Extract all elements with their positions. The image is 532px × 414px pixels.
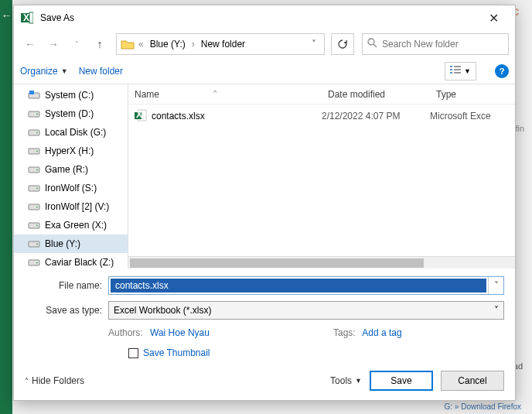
svg-rect-5 [450, 66, 452, 67]
svg-rect-9 [454, 69, 461, 70]
drive-icon [28, 91, 40, 100]
chevron-right-icon[interactable]: › [190, 39, 196, 50]
svg-point-22 [36, 188, 38, 190]
view-options-button[interactable]: ▼ [445, 62, 476, 80]
tools-menu[interactable]: Tools ▼ [330, 375, 362, 386]
tags-value[interactable]: Add a tag [362, 327, 401, 338]
save-button[interactable]: Save [370, 371, 433, 391]
drive-icon [28, 165, 40, 174]
cancel-button[interactable]: Cancel [441, 371, 504, 391]
col-name[interactable]: Name [128, 89, 322, 100]
drive-icon [28, 128, 40, 137]
file-name: contacts.xlsx [152, 111, 205, 121]
tree-item-label: Caviar Black (Z:) [45, 257, 114, 268]
nav-forward-button: → [43, 34, 63, 54]
thumbnail-row: Save Thumbnail [14, 341, 515, 364]
help-button[interactable]: ? [495, 64, 509, 78]
search-input[interactable] [382, 39, 503, 50]
tree-item[interactable]: Game (R:) [14, 160, 128, 179]
svg-point-26 [36, 225, 38, 227]
drive-icon [28, 221, 40, 230]
file-date: 2/12/2022 4:07 PM [322, 111, 430, 121]
chevron-down-icon: ▼ [61, 67, 68, 75]
breadcrumb-root[interactable]: « [137, 39, 145, 50]
bg-firefox: G: » Download Firefox [445, 402, 522, 411]
dialog-footer: ˄ Hide Folders Tools ▼ Save Cancel [14, 364, 515, 400]
breadcrumb-folder[interactable]: New folder [198, 39, 248, 50]
tree-item[interactable]: Local Disk (G:) [14, 123, 128, 142]
excel-icon: X [20, 11, 34, 25]
file-type: Microsoft Exce [430, 111, 515, 121]
svg-text:X: X [23, 12, 29, 23]
tree-item[interactable]: Blue (Y:) [14, 234, 128, 253]
tree-item-label: System (D:) [45, 108, 94, 119]
tree-item[interactable]: IronWolf (S:) [14, 179, 128, 197]
tree-item-label: Game (R:) [45, 164, 88, 175]
file-list[interactable]: Name Date modified Type Xcontacts.xlsx2/… [128, 84, 515, 269]
filename-label: File name: [25, 280, 108, 291]
bg-fin: fin [515, 124, 524, 133]
drive-icon [28, 258, 40, 267]
svg-point-20 [36, 169, 38, 171]
svg-point-28 [36, 244, 38, 245]
tree-item-label: HyperX (H:) [45, 145, 94, 156]
svg-line-4 [373, 44, 377, 47]
svg-text:X: X [136, 109, 142, 120]
tree-item-label: Local Disk (G:) [45, 127, 106, 138]
svg-rect-6 [450, 69, 452, 70]
drive-icon [28, 109, 40, 118]
organize-label: Organize [20, 66, 58, 77]
svg-point-18 [36, 151, 38, 152]
chevron-down-icon: ˅ [494, 305, 499, 316]
nav-back-button[interactable]: ← [20, 34, 40, 54]
svg-rect-8 [454, 66, 461, 67]
address-bar[interactable]: « Blue (Y:) › New folder ˅ [116, 33, 325, 55]
search-icon [367, 38, 377, 50]
close-button[interactable]: ✕ [478, 11, 509, 26]
svg-rect-10 [454, 72, 461, 74]
tree-item[interactable]: Caviar Black (Z:) [14, 253, 128, 269]
save-as-dialog: X Save As ✕ ← → ˅ ↑ « Blue (Y:) › New fo… [13, 5, 516, 401]
tree-item[interactable]: System (C:) [14, 86, 128, 104]
column-headers: Name Date modified Type [128, 84, 515, 104]
svg-rect-7 [450, 72, 452, 74]
hide-folders-button[interactable]: ˄ Hide Folders [25, 375, 84, 386]
breadcrumb-drive[interactable]: Blue (Y:) [147, 39, 189, 50]
nav-recent-dropdown[interactable]: ˅ [66, 34, 87, 54]
tree-item[interactable]: System (D:) [14, 104, 128, 123]
tools-label: Tools [330, 375, 352, 386]
authors-label: Authors: [108, 327, 143, 338]
dialog-title: Save As [40, 12, 478, 23]
filename-input[interactable] [111, 279, 486, 293]
svg-point-16 [36, 132, 38, 134]
organize-menu[interactable]: Organize ▼ [20, 66, 68, 77]
tree-item[interactable]: Exa Green (X:) [14, 216, 128, 234]
tree-item[interactable]: HyperX (H:) [14, 142, 128, 160]
folder-icon [120, 37, 135, 51]
col-type[interactable]: Type [430, 89, 515, 100]
col-date[interactable]: Date modified [322, 89, 430, 100]
saveastype-field[interactable]: Excel Workbook (*.xlsx) ˅ [108, 301, 504, 320]
excel-file-icon: X [135, 109, 147, 124]
svg-point-24 [36, 207, 38, 208]
svg-point-30 [36, 262, 38, 264]
file-row[interactable]: Xcontacts.xlsx2/12/2022 4:07 PMMicrosoft… [128, 104, 515, 123]
filename-field[interactable]: ˅ [108, 276, 504, 295]
tree-item-label: IronWolf [2] (V:) [45, 201, 109, 212]
save-thumbnail-checkbox[interactable] [128, 348, 138, 358]
back-arrow-icon[interactable]: ← [2, 9, 12, 22]
authors-value[interactable]: Wai Hoe Nyau [150, 327, 210, 338]
refresh-button[interactable] [331, 33, 354, 55]
nav-up-button[interactable]: ↑ [90, 34, 110, 54]
svg-rect-12 [29, 91, 34, 94]
search-box[interactable] [362, 33, 509, 55]
tree-item[interactable]: IronWolf [2] (V:) [14, 197, 128, 216]
hide-folders-label: Hide Folders [32, 375, 84, 386]
address-dropdown[interactable]: ˅ [307, 39, 321, 50]
nav-row: ← → ˅ ↑ « Blue (Y:) › New folder ˅ [14, 30, 515, 58]
horizontal-scrollbar[interactable] [128, 256, 515, 269]
chevron-collapse-icon: ˄ [25, 377, 29, 385]
new-folder-button[interactable]: New folder [79, 66, 123, 77]
filename-dropdown[interactable]: ˅ [488, 277, 503, 294]
folder-tree[interactable]: System (C:)System (D:)Local Disk (G:)Hyp… [14, 84, 128, 269]
